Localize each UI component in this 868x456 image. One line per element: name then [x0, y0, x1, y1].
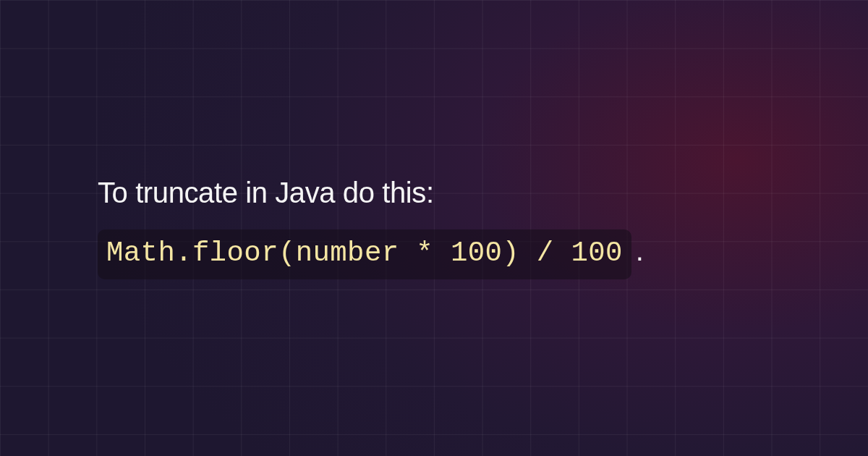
content-block: To truncate in Java do this: Math.floor(…	[0, 0, 868, 456]
code-snippet: Math.floor(number * 100) / 100	[98, 229, 631, 279]
code-line: Math.floor(number * 100) / 100.	[98, 229, 770, 279]
trailing-period: .	[636, 235, 644, 266]
heading-text: To truncate in Java do this:	[98, 177, 770, 209]
